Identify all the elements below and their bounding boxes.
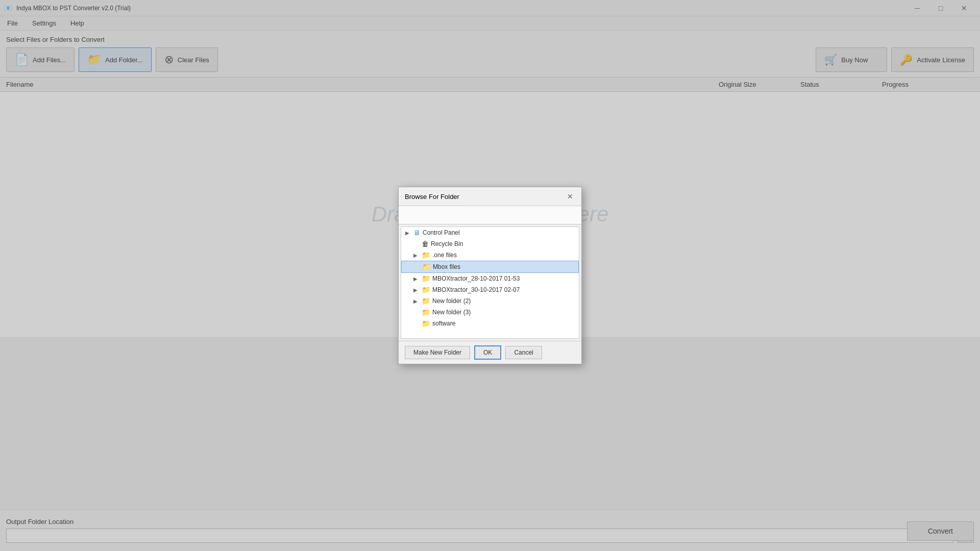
- chevron-icon: ▶: [413, 276, 420, 282]
- ok-button[interactable]: OK: [474, 345, 501, 360]
- tree-item-new-folder-2[interactable]: ▶ 📁 New folder (2): [401, 295, 579, 307]
- folder-icon: 📁: [422, 274, 430, 283]
- chevron-icon: ▶: [413, 253, 420, 258]
- modal-title: Browse For Folder: [405, 193, 459, 201]
- tree-item-label: software: [432, 320, 455, 327]
- tree-item-label: Mbox files: [433, 263, 460, 270]
- tree-item-mbox-files[interactable]: 📁 Mbox files: [401, 261, 579, 273]
- control-panel-icon: 🖥: [413, 229, 421, 237]
- folder-icon: 📁: [422, 297, 430, 305]
- modal-address-bar: [399, 206, 581, 224]
- tree-item-mboxtractor-28[interactable]: ▶ 📁 MBOXtractor_28-10-2017 01-53: [401, 273, 579, 284]
- folder-icon: 📁: [422, 263, 431, 271]
- tree-item-label: New folder (3): [432, 309, 471, 316]
- recycle-bin-icon: 🗑: [422, 240, 429, 248]
- modal-footer: Make New Folder OK Cancel: [399, 341, 581, 364]
- chevron-icon: ▶: [413, 298, 420, 304]
- chevron-icon: ▶: [405, 230, 411, 236]
- tree-item-software[interactable]: 📁 software: [401, 318, 579, 329]
- modal-titlebar: Browse For Folder ✕: [399, 187, 581, 206]
- tree-item-label: MBOXtractor_30-10-2017 02-07: [432, 286, 520, 293]
- tree-item-control-panel[interactable]: ▶ 🖥 Control Panel: [401, 227, 579, 238]
- tree-item-label: .one files: [432, 252, 457, 259]
- cancel-button[interactable]: Cancel: [505, 346, 542, 359]
- folder-icon: 📁: [422, 319, 430, 328]
- modal-overlay: Browse For Folder ✕ ▶ 🖥 Control Panel 🗑 …: [0, 0, 980, 551]
- folder-tree[interactable]: ▶ 🖥 Control Panel 🗑 Recycle Bin ▶ 📁 .one…: [401, 227, 579, 339]
- browse-folder-dialog: Browse For Folder ✕ ▶ 🖥 Control Panel 🗑 …: [398, 187, 582, 364]
- make-new-folder-button[interactable]: Make New Folder: [405, 346, 470, 359]
- tree-item-new-folder-3[interactable]: 📁 New folder (3): [401, 307, 579, 318]
- tree-item-label: New folder (2): [432, 297, 471, 305]
- chevron-icon: ▶: [413, 287, 420, 293]
- tree-item-label: MBOXtractor_28-10-2017 01-53: [432, 275, 520, 282]
- tree-item-label: Recycle Bin: [431, 240, 463, 247]
- tree-item-one-files[interactable]: ▶ 📁 .one files: [401, 249, 579, 261]
- modal-close-button[interactable]: ✕: [565, 191, 575, 202]
- folder-icon: 📁: [422, 308, 430, 316]
- tree-item-label: Control Panel: [423, 229, 460, 236]
- folder-icon: 📁: [422, 251, 430, 259]
- folder-icon: 📁: [422, 286, 430, 294]
- tree-item-recycle-bin[interactable]: 🗑 Recycle Bin: [401, 238, 579, 249]
- tree-item-mboxtractor-30[interactable]: ▶ 📁 MBOXtractor_30-10-2017 02-07: [401, 284, 579, 295]
